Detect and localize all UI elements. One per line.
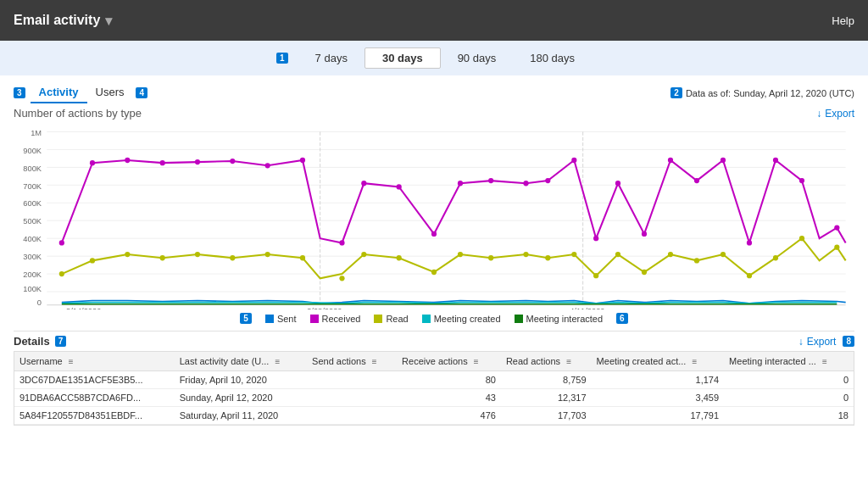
filter-icon-meeting-interacted[interactable]: ≡ bbox=[822, 357, 827, 366]
svg-point-46 bbox=[642, 231, 647, 237]
line-chart: 1M 900K 800K 700K 600K 500K 400K 300K 20… bbox=[14, 123, 854, 309]
badge-5: 5 bbox=[240, 313, 252, 324]
cell-meeting-interacted-2: 0 bbox=[724, 389, 854, 407]
badge-8: 8 bbox=[843, 336, 854, 347]
svg-point-70 bbox=[571, 252, 576, 257]
app-title-group[interactable]: Email activity ▾ bbox=[14, 13, 112, 29]
filter-icon-send[interactable]: ≡ bbox=[372, 357, 377, 366]
date-btn-90days[interactable]: 90 days bbox=[441, 48, 514, 68]
legend-meeting-interacted-label: Meeting interacted bbox=[526, 314, 604, 324]
tab-users[interactable]: Users bbox=[87, 82, 133, 103]
table-row: 5A84F120557D84351EBDF... Saturday, April… bbox=[14, 407, 854, 425]
cell-meeting-created-3: 17,791 bbox=[592, 407, 725, 425]
svg-text:200K: 200K bbox=[23, 270, 42, 279]
svg-point-62 bbox=[339, 276, 344, 281]
col-username[interactable]: Username ≡ bbox=[14, 352, 175, 371]
cell-receive-3: 476 bbox=[397, 407, 501, 425]
svg-point-67 bbox=[488, 255, 493, 260]
badge-1: 1 bbox=[276, 53, 288, 64]
meeting-interacted-color bbox=[515, 315, 523, 323]
date-btn-7days[interactable]: 7 days bbox=[298, 48, 364, 68]
chart-export-button[interactable]: ↓ Export bbox=[816, 108, 854, 120]
legend-meeting-created: Meeting created bbox=[422, 313, 501, 324]
svg-text:800K: 800K bbox=[23, 164, 42, 173]
date-btn-180days[interactable]: 180 days bbox=[513, 48, 592, 68]
svg-point-32 bbox=[230, 159, 235, 164]
svg-point-80 bbox=[834, 245, 839, 250]
svg-text:300K: 300K bbox=[23, 253, 42, 261]
data-as-of: 2 Data as of: Sunday, April 12, 2020 (UT… bbox=[670, 87, 854, 98]
svg-point-79 bbox=[799, 236, 804, 241]
badge-6: 6 bbox=[616, 313, 628, 324]
details-header: Details 7 ↓ Export 8 bbox=[14, 335, 854, 348]
cell-read-3: 17,703 bbox=[501, 407, 592, 425]
svg-point-44 bbox=[593, 236, 598, 241]
filter-icon-receive[interactable]: ≡ bbox=[474, 357, 479, 366]
svg-point-31 bbox=[195, 159, 200, 164]
tab-activity[interactable]: Activity bbox=[31, 82, 87, 103]
col-meeting-created[interactable]: Meeting created act... ≡ bbox=[592, 352, 725, 371]
help-button[interactable]: Help bbox=[832, 14, 854, 27]
filter-icon-last-activity[interactable]: ≡ bbox=[275, 357, 280, 366]
download-icon-2: ↓ bbox=[798, 336, 804, 348]
cell-read-1: 8,759 bbox=[501, 371, 592, 389]
meeting-created-color bbox=[422, 315, 431, 323]
details-title: Details bbox=[14, 335, 50, 348]
svg-point-57 bbox=[160, 255, 165, 260]
received-color bbox=[310, 315, 319, 323]
svg-point-47 bbox=[668, 158, 673, 163]
svg-text:700K: 700K bbox=[23, 181, 42, 190]
filter-icon-meeting-created[interactable]: ≡ bbox=[692, 357, 697, 366]
filter-icon-read[interactable]: ≡ bbox=[566, 357, 571, 366]
svg-text:3/14/2020: 3/14/2020 bbox=[66, 307, 101, 309]
svg-point-72 bbox=[615, 252, 620, 257]
cell-username-2: 91DBA6ACC58B7CDA6FD... bbox=[14, 389, 175, 407]
svg-point-41 bbox=[523, 181, 528, 186]
svg-point-38 bbox=[431, 231, 437, 237]
svg-point-39 bbox=[458, 181, 463, 186]
chevron-down-icon: ▾ bbox=[105, 13, 112, 29]
badge-3: 3 bbox=[14, 87, 25, 98]
col-last-activity[interactable]: Last activity date (U... ≡ bbox=[175, 352, 307, 371]
svg-point-51 bbox=[773, 158, 778, 163]
svg-point-28 bbox=[90, 160, 95, 165]
svg-point-48 bbox=[694, 178, 699, 183]
divider bbox=[14, 331, 854, 331]
col-receive-actions[interactable]: Receive actions ≡ bbox=[397, 352, 501, 371]
svg-point-40 bbox=[488, 178, 493, 183]
download-icon: ↓ bbox=[816, 108, 821, 120]
cell-meeting-created-1: 1,174 bbox=[592, 371, 725, 389]
date-btn-30days[interactable]: 30 days bbox=[364, 47, 441, 69]
svg-point-59 bbox=[230, 255, 235, 260]
svg-point-34 bbox=[300, 158, 305, 163]
filter-icon-username[interactable]: ≡ bbox=[69, 357, 74, 366]
badge-2: 2 bbox=[670, 87, 682, 98]
details-table-container[interactable]: Username ≡ Last activity date (U... ≡ Se… bbox=[14, 351, 854, 426]
legend-sent: Sent bbox=[265, 313, 297, 324]
svg-point-71 bbox=[593, 273, 598, 278]
cell-receive-2: 43 bbox=[397, 389, 501, 407]
legend-received-label: Received bbox=[322, 314, 361, 324]
col-meeting-interacted[interactable]: Meeting interacted ... ≡ bbox=[724, 352, 854, 371]
svg-point-50 bbox=[747, 240, 752, 245]
svg-point-29 bbox=[125, 158, 130, 163]
svg-point-33 bbox=[265, 163, 270, 168]
cell-send-1 bbox=[307, 371, 397, 389]
col-send-actions[interactable]: Send actions ≡ bbox=[307, 352, 397, 371]
svg-point-55 bbox=[90, 258, 95, 263]
svg-point-77 bbox=[747, 273, 752, 278]
col-read-actions[interactable]: Read actions ≡ bbox=[501, 352, 592, 371]
badge-7: 7 bbox=[55, 336, 67, 347]
chart-section: Number of actions by type ↓ Export 1M 90… bbox=[14, 107, 854, 324]
date-filter-bar: 1 7 days 30 days 90 days 180 days bbox=[0, 41, 868, 75]
cell-username-1: 3DC67DAE1351ACF5E3B5... bbox=[14, 371, 175, 389]
svg-point-53 bbox=[834, 225, 839, 230]
legend-read-label: Read bbox=[386, 314, 408, 324]
cell-read-2: 12,317 bbox=[501, 389, 592, 407]
svg-text:900K: 900K bbox=[23, 147, 42, 155]
details-export-button[interactable]: ↓ Export 8 bbox=[798, 336, 854, 348]
sent-color bbox=[265, 315, 274, 323]
cell-last-activity-2: Sunday, April 12, 2020 bbox=[175, 389, 307, 407]
svg-point-64 bbox=[397, 255, 402, 260]
svg-text:100K: 100K bbox=[23, 285, 42, 293]
